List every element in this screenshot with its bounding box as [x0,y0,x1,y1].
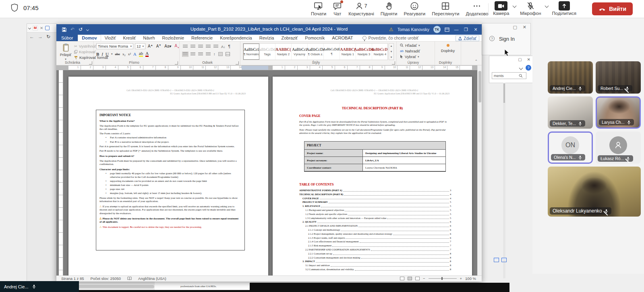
toc-entry[interactable]: 2.2.2 Consortium management and decision… [308,256,451,260]
document-vertical-scrollbar[interactable] [477,65,482,275]
align-left-button[interactable] [183,52,188,56]
react-button[interactable]: Реагувати [404,1,426,16]
restore-button[interactable]: ❐ [463,27,469,32]
strikethrough-button[interactable]: abc [115,52,120,56]
participant-tile[interactable]: ON Olena's N... [548,131,593,164]
more-options-button[interactable]: Додатково [466,1,488,16]
style-item[interactable]: AaBbCcDc ¶ Odsek z... [308,44,324,60]
style-item[interactable]: AaBbCcDc Nadpis 4 [372,44,388,60]
leave-meeting-button[interactable]: Вийти [592,2,633,15]
chart-icon[interactable] [501,258,507,262]
read-mode-icon[interactable] [400,277,404,280]
sign-in-button[interactable]: Sign In [499,36,515,42]
superscript-button[interactable]: x² [128,52,131,56]
document-page-1[interactable]: Call: ERASMUS-EDU-2023-CBHE-STRAND-2 — E… [68,77,268,275]
ribbon-display-options-icon[interactable] [445,27,449,32]
browser-tab-chevron-icon[interactable] [28,27,31,29]
upload-warning-icon[interactable]: ⚠ [389,27,393,32]
proofing-icon[interactable] [127,277,132,280]
underline-button[interactable]: U [106,52,109,56]
pilcrow-icon[interactable]: ¶ [228,44,230,49]
style-item[interactable]: AaBbCcDd Nadpis 3 [356,44,372,60]
style-item[interactable]: AaBbCcl Výrazný [292,44,308,60]
share-content-button[interactable]: Поділитися [552,1,576,16]
style-item[interactable]: AaBbCcI ¶ Normálny [243,44,259,60]
toc-entry[interactable]: PROJECT SUMMARY 5 [302,200,451,204]
minimize-button[interactable]: — [453,27,459,32]
vertical-ruler[interactable] [59,70,63,275]
font-name-select[interactable]: Times New Roma▾ [96,43,133,49]
ribbon-tab[interactable]: Referencie [188,35,216,41]
tab-file[interactable]: Súbor [56,35,78,41]
toc-entry[interactable]: 2.1.5 Risk management 7 [308,244,451,248]
participant-tile[interactable]: Dekker, Te... [548,96,593,129]
toc-entry[interactable]: 2.1.3 Project teams, staff and experts 6 [308,236,451,240]
participants-button[interactable]: 7 Користувачі [348,1,374,16]
align-right-button[interactable] [198,52,203,56]
word-titlebar[interactable]: ↶ ↺ Update_Part B_2102 2023_LibArt_track… [56,24,482,35]
decrease-indent-icon[interactable] [206,45,211,48]
ribbon-tab[interactable]: Rozloženie [159,35,188,41]
bg-close-icon[interactable]: ✕ [523,25,526,30]
camera-button[interactable]: Камера [493,1,509,16]
page-count-status[interactable]: Strana 1 z 85 [61,276,84,281]
camera-options-chevron-icon[interactable] [513,4,517,8]
toc-entry[interactable]: 2.1 PROJECT DESIGN AND IMPLEMENTATION 6 [305,224,451,228]
toc-entry[interactable]: 1. RELEVANCE 5 [302,204,451,208]
align-center-button[interactable] [191,52,195,56]
browser-tab-favicon[interactable]: M [33,25,38,31]
help-icon[interactable]: ? [489,36,495,41]
text-effects-button[interactable]: A [133,52,137,56]
ribbon-tab[interactable]: Pomocník [301,35,328,41]
styles-gallery-scroll[interactable]: ▴▾▾ [389,43,394,60]
word-share-button[interactable]: Zdieľať [456,35,479,41]
toc-entry[interactable]: 2. QUALITY 6 [302,220,451,224]
font-size-select[interactable]: 12▾ [135,43,145,49]
toc-entry[interactable]: 3.2 Communication, dissemination and vis… [305,267,451,271]
toc-entry[interactable]: 1.1 Background and general objectives 5 [305,208,451,212]
zoom-out-button[interactable]: − [423,276,425,281]
clear-formatting-icon[interactable]: A✦ [174,44,180,49]
tell-me-box[interactable]: Povedzte, čo chcete urobiť [357,35,419,41]
toc-entry[interactable]: 2.2 PARTNERSHIP AND COOPERATION ARRANGEM… [305,248,451,252]
ribbon-tab[interactable]: Kresliť [120,35,140,41]
borders-icon[interactable] [226,52,230,56]
ribbon-tab[interactable]: Zobraziť [277,35,301,41]
language-status[interactable]: Angličtina (USA) [138,276,166,281]
chat-button[interactable]: Чат [333,1,342,16]
document-canvas[interactable]: Call: ERASMUS-EDU-2023-CBHE-STRAND-2 — E… [56,70,482,275]
start-share-button[interactable]: Почати [311,1,326,16]
zoom-slider[interactable] [429,278,457,279]
subscript-button[interactable]: x₂ [122,52,126,56]
bg-maximize-icon[interactable]: ▢ [513,25,517,30]
grow-font-button[interactable]: A▲ [147,44,154,48]
horizontal-ruler[interactable]: 123456789101112131415 123456789101112131… [56,65,482,70]
search-input[interactable] [492,74,519,78]
ribbon-tab[interactable]: Korešpondencia [216,35,256,41]
multilevel-list-icon[interactable] [198,45,203,48]
background-scrollbar[interactable] [503,83,505,278]
justify-button[interactable] [206,52,211,56]
bg-search-field[interactable] [492,72,526,79]
web-layout-icon[interactable] [415,277,420,280]
shrink-font-button[interactable]: A▼ [155,44,162,48]
italic-button[interactable]: I [101,52,103,56]
participant-tile[interactable]: Oleksandr Lukyanenko [548,167,641,217]
ribbon-tab[interactable]: ACROBAT [328,35,356,41]
zoom-in-button[interactable]: + [460,276,462,281]
toc-entry[interactable]: 2.1.2 Project management, quality assura… [308,232,451,236]
clipboard-dialog-launcher[interactable] [89,61,92,65]
participant-tile[interactable]: Larysa Ch... [596,96,641,129]
raise-hand-button[interactable]: Підняти [381,1,398,16]
styles-dialog-launcher[interactable] [392,61,395,65]
find-button[interactable]: Hľadať▾ [400,43,420,48]
meeting-shield-icon[interactable] [10,3,19,12]
zoom-level[interactable]: 100 % [465,276,476,281]
sort-icon[interactable]: A↓ [221,45,226,49]
ribbon-tab[interactable]: Revízia [256,35,278,41]
toc-entry[interactable]: COVER PAGE 4 [302,196,451,200]
bg2-help-icon[interactable]: ? [526,65,531,71]
toc-entry[interactable]: 3. IMPACT 8 [302,259,451,263]
toc-entry[interactable]: 2.2.1 Consortium set-up 8 [308,252,451,256]
word-count-status[interactable]: Počet slov: 25050 [91,276,121,281]
